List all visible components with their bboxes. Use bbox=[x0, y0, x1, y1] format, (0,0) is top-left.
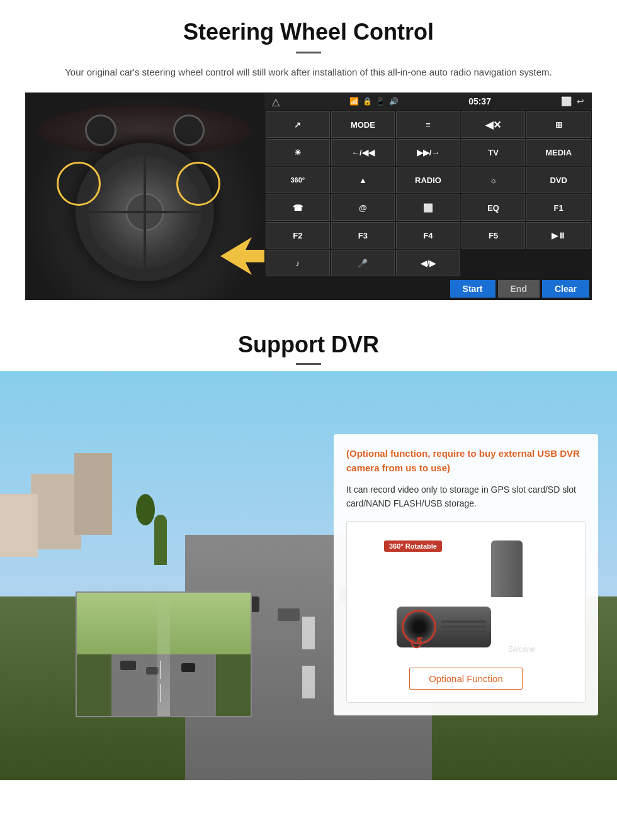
steering-description: Your original car's steering wheel contr… bbox=[57, 65, 560, 80]
signal-icon: 📱 bbox=[376, 97, 385, 106]
btn-prev[interactable]: ←/◀◀ bbox=[331, 139, 395, 165]
btn-eject[interactable]: ▲ bbox=[331, 167, 395, 193]
control-panel: △ 📶 🔒 📱 🔊 05:37 ⬜ ↩ ↗ MODE ≡ bbox=[264, 92, 592, 300]
steering-section: Steering Wheel Control Your original car… bbox=[0, 0, 617, 313]
btn-f4[interactable]: F4 bbox=[396, 222, 460, 249]
btn-vol[interactable]: ◀/▶ bbox=[396, 250, 460, 276]
brand-watermark: Seicane bbox=[508, 645, 535, 654]
btn-media[interactable]: MEDIA bbox=[526, 139, 591, 165]
btn-mute[interactable]: ◀✕ bbox=[461, 111, 526, 138]
optional-function-button[interactable]: Optional Function bbox=[409, 668, 523, 690]
dvr-scene: (Optional function, require to buy exter… bbox=[0, 371, 617, 780]
end-button[interactable]: End bbox=[498, 280, 540, 298]
thumbnail-road bbox=[77, 593, 251, 716]
btn-f3[interactable]: F3 bbox=[331, 222, 395, 249]
btn-dvd[interactable]: DVD bbox=[526, 167, 591, 193]
btn-navigate[interactable]: ↗ bbox=[266, 111, 330, 138]
steering-title: Steering Wheel Control bbox=[25, 19, 592, 45]
btn-next[interactable]: ▶▶/→ bbox=[396, 139, 460, 165]
clear-button[interactable]: Clear bbox=[542, 280, 589, 298]
lock-icon: 🔒 bbox=[363, 97, 372, 106]
panel-status-bar: △ 📶 🔒 📱 🔊 05:37 ⬜ ↩ bbox=[264, 92, 592, 110]
svg-marker-0 bbox=[220, 237, 264, 275]
button-grid: ↗ MODE ≡ ◀✕ ⊞ ☀ ←/◀◀ ▶▶/→ TV MEDIA 360° … bbox=[264, 110, 592, 277]
btn-menu[interactable]: ≡ bbox=[396, 111, 460, 138]
btn-tv[interactable]: TV bbox=[461, 139, 526, 165]
dvr-title-area: Support DVR bbox=[0, 313, 617, 371]
camera-mount bbox=[491, 540, 523, 597]
btn-music[interactable]: ♪ bbox=[266, 250, 330, 276]
dvr-thumbnail bbox=[76, 591, 252, 717]
bottom-buttons: Start End Clear bbox=[264, 277, 592, 300]
dvr-description: It can record video only to storage in G… bbox=[346, 483, 586, 511]
nav-icons: ⬜ ↩ bbox=[561, 96, 584, 106]
btn-eq[interactable]: EQ bbox=[461, 194, 526, 221]
dvr-title-underline bbox=[296, 363, 321, 365]
camera-visual: 360° Rotatable bbox=[384, 534, 548, 660]
btn-settings[interactable]: ☀ bbox=[266, 139, 330, 165]
btn-f2[interactable]: F2 bbox=[266, 222, 330, 249]
clock-display: 05:37 bbox=[468, 96, 491, 106]
direction-arrow bbox=[220, 237, 264, 275]
right-control-circle bbox=[176, 162, 220, 206]
dvr-camera-box: 360° Rotatable bbox=[346, 521, 586, 703]
btn-f1[interactable]: F1 bbox=[526, 194, 591, 221]
steering-wheel-bg bbox=[25, 92, 264, 300]
btn-brightness[interactable]: ☼ bbox=[461, 167, 526, 193]
rotate-badge: 360° Rotatable bbox=[384, 540, 442, 552]
back-icon[interactable]: ↩ bbox=[577, 96, 584, 106]
dvr-title: Support DVR bbox=[0, 332, 617, 358]
btn-mic[interactable]: 🎤 bbox=[331, 250, 395, 276]
btn-radio[interactable]: RADIO bbox=[396, 167, 460, 193]
window-icon[interactable]: ⬜ bbox=[561, 96, 572, 106]
btn-apps[interactable]: ⊞ bbox=[526, 111, 591, 138]
left-control-circle bbox=[57, 162, 101, 206]
title-underline bbox=[296, 52, 321, 53]
start-button[interactable]: Start bbox=[450, 280, 495, 298]
btn-playpause[interactable]: ▶⏸ bbox=[526, 222, 591, 249]
dvr-info-card: (Optional function, require to buy exter… bbox=[334, 434, 598, 715]
status-icons: 📶 🔒 📱 🔊 bbox=[349, 97, 399, 106]
bluetooth-icon: 🔊 bbox=[389, 97, 399, 106]
steering-content: △ 📶 🔒 📱 🔊 05:37 ⬜ ↩ ↗ MODE ≡ bbox=[25, 92, 592, 300]
btn-phone[interactable]: ☎ bbox=[266, 194, 330, 221]
btn-mode[interactable]: MODE bbox=[331, 111, 395, 138]
dvr-section: Support DVR bbox=[0, 313, 617, 804]
btn-window2[interactable]: ⬜ bbox=[396, 194, 460, 221]
btn-internet[interactable]: @ bbox=[331, 194, 395, 221]
btn-f5[interactable]: F5 bbox=[461, 222, 526, 249]
optional-required-text: (Optional function, require to buy exter… bbox=[346, 447, 586, 475]
wifi-icon: 📶 bbox=[349, 97, 359, 106]
home-icon[interactable]: △ bbox=[272, 96, 280, 108]
btn-360[interactable]: 360° bbox=[266, 167, 330, 193]
steering-photo bbox=[25, 92, 264, 300]
rotate-arrow-icon: ↺ bbox=[409, 633, 424, 654]
